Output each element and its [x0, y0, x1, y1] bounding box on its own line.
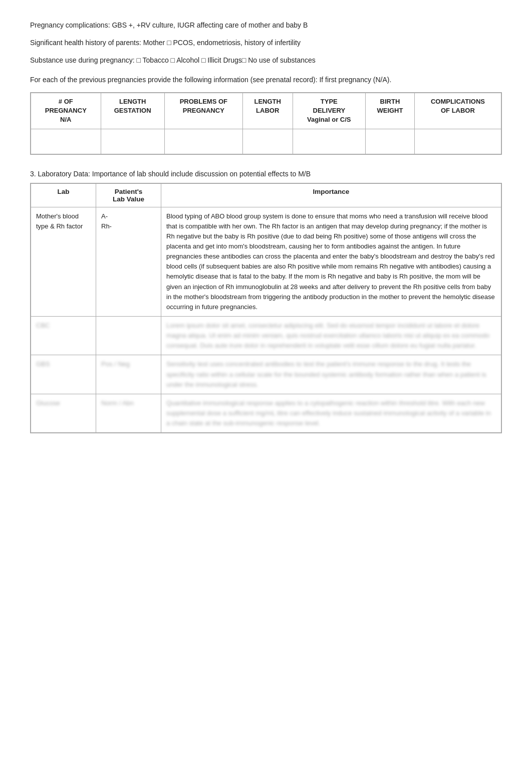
gestation-col-header: LENGTH GESTATION — [101, 93, 164, 129]
lab-table-row: CBCLorem ipsum dolor sit amet, consectet… — [31, 316, 501, 355]
substance-use-line: Substance use during pregnancy: □ Tobacc… — [30, 55, 502, 66]
lab-cell: GBS — [31, 355, 96, 394]
pregnancy-table-container: # OF PREGNANCY N/A LENGTH GESTATION PROB… — [30, 92, 502, 155]
lab-table-container: Lab Patient'sLab Value Importance Mother… — [30, 183, 502, 434]
importance-cell: Quantitative immunological response appl… — [161, 394, 501, 432]
lab-table-row: GBSPos / NegSensitivity test uses concen… — [31, 355, 501, 394]
pregnancy-empty-row — [31, 129, 501, 154]
lab-value-cell: A- Rh- — [96, 207, 161, 316]
importance-col-header: Importance — [161, 183, 501, 207]
lab-value-col-header: Patient'sLab Value — [96, 183, 161, 207]
lab-cell: Mother's blood type & Rh factor — [31, 207, 96, 316]
lab-col-header: Lab — [31, 183, 96, 207]
lab-table-row: GlucoseNorm / AbnQuantitative immunologi… — [31, 394, 501, 432]
lab-table: Lab Patient'sLab Value Importance Mother… — [31, 183, 501, 433]
pregnancy-table: # OF PREGNANCY N/A LENGTH GESTATION PROB… — [31, 93, 501, 154]
lab-section-title: 3. Laboratory Data: Importance of lab sh… — [30, 170, 502, 178]
delivery-col-header: TYPE DELIVERY Vaginal or C/S — [293, 93, 365, 129]
importance-cell: Lorem ipsum dolor sit amet, consectetur … — [161, 316, 501, 355]
labor-length-col-header: LENGTH LABOR — [242, 93, 293, 129]
importance-cell: Sensitivity test uses concentrated antib… — [161, 355, 501, 394]
lab-value-cell: Norm / Abn — [96, 394, 161, 432]
lab-cell: CBC — [31, 316, 96, 355]
importance-cell: Blood typing of ABO blood group system i… — [161, 207, 501, 316]
lab-table-row: Mother's blood type & Rh factorA- Rh-Blo… — [31, 207, 501, 316]
birth-weight-col-header: BIRTH WEIGHT — [366, 93, 415, 129]
problems-col-header: PROBLEMS OF PREGNANCY — [164, 93, 242, 129]
lab-value-cell: Pos / Neg — [96, 355, 161, 394]
lab-cell: Glucose — [31, 394, 96, 432]
lab-value-cell — [96, 316, 161, 355]
info-line: For each of the previous pregnancies pro… — [30, 75, 502, 85]
complications-line: Pregnancy complications: GBS +, +RV cult… — [30, 20, 502, 31]
complications-col-header: COMPLICATIONS OF LABOR — [414, 93, 501, 129]
health-history-line: Significant health history of parents: M… — [30, 38, 502, 48]
pregnancy-col-header: # OF PREGNANCY N/A — [31, 93, 101, 129]
